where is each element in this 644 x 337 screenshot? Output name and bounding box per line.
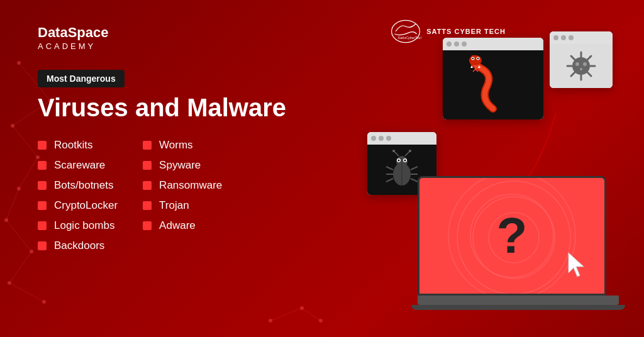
svg-line-16	[6, 189, 19, 220]
svg-point-54	[392, 150, 395, 152]
main-heading: Viruses and Malware	[38, 94, 340, 121]
window-dot-b3	[386, 136, 391, 141]
list-bullet	[143, 181, 152, 190]
svg-point-44	[583, 62, 587, 66]
svg-point-50	[398, 160, 400, 162]
list-bullet	[143, 221, 152, 230]
svg-line-61	[411, 179, 418, 182]
svg-point-2	[11, 124, 14, 128]
window-dot-2	[454, 41, 459, 47]
list-item-label: Bots/botnets	[54, 179, 114, 192]
question-mark: ?	[497, 207, 528, 265]
window-dot-v1	[553, 35, 558, 40]
list-bullet	[38, 141, 47, 150]
svg-line-40	[587, 56, 591, 60]
list-item-label: Ransomware	[159, 179, 222, 192]
list-item-label: Logic bombs	[54, 219, 114, 232]
brand-data: Data	[38, 25, 68, 40]
svg-point-4	[17, 187, 21, 191]
list-item: Rootkits	[38, 139, 118, 152]
list-item-label: Scareware	[54, 159, 105, 172]
cursor-icon	[566, 253, 589, 278]
svg-point-6	[30, 250, 33, 253]
svg-point-0	[17, 61, 21, 65]
window-dot-v3	[569, 35, 574, 40]
window-dot-1	[447, 41, 452, 47]
list-item: Scareware	[38, 159, 118, 172]
svg-line-39	[571, 56, 575, 60]
window-content-virus	[550, 44, 613, 88]
list-bullet	[38, 241, 47, 250]
svg-line-17	[6, 220, 31, 251]
svg-point-51	[404, 160, 406, 162]
svg-point-43	[575, 62, 579, 66]
svg-point-55	[409, 150, 411, 152]
list-item: CryptoLocker	[38, 199, 118, 212]
list-bullet	[143, 201, 152, 210]
list-column-right: WormsSpywareRansomwareTrojanAdware	[143, 139, 222, 252]
list-item: Trojan	[143, 199, 222, 212]
list-item: Bots/botnets	[38, 179, 118, 192]
svg-line-21	[302, 308, 321, 321]
svg-line-41	[571, 72, 575, 76]
svg-line-14	[13, 126, 38, 157]
brand-name: DataSpace	[38, 25, 340, 40]
svg-line-42	[587, 72, 591, 76]
badge: Most Dangerous	[38, 70, 125, 87]
list-item-label: Spyware	[159, 159, 201, 172]
svg-point-7	[8, 281, 11, 285]
content-left: DataSpace ACADEMY Most Dangerous Viruses…	[38, 25, 340, 252]
list-item-label: Trojan	[159, 199, 189, 212]
svg-point-9	[300, 306, 304, 310]
snake-illustration	[455, 55, 531, 115]
laptop: ?	[418, 176, 619, 314]
window-snake	[443, 38, 543, 119]
svg-line-18	[9, 251, 31, 283]
list-item-label: Worms	[159, 139, 193, 152]
list-item: Adware	[143, 219, 222, 232]
list-column-left: RootkitsScarewareBots/botnetsCryptoLocke…	[38, 139, 118, 252]
svg-point-11	[319, 319, 323, 323]
brand-space: Space	[68, 25, 109, 40]
main-container: DataSpace ACADEMY Most Dangerous Viruses…	[0, 0, 644, 337]
svg-marker-66	[569, 253, 584, 277]
list-bullet	[38, 201, 47, 210]
window-titlebar-bug	[367, 132, 436, 145]
svg-point-5	[4, 218, 8, 222]
svg-point-27	[472, 57, 474, 58]
list-bullet	[38, 161, 47, 170]
window-virus	[550, 31, 613, 88]
list-bullet	[38, 221, 47, 230]
window-dot-v2	[561, 35, 566, 40]
window-dot-b2	[379, 136, 384, 141]
list-item: Spyware	[143, 159, 222, 172]
logo-area: DataSpace ACADEMY	[38, 25, 340, 51]
svg-point-8	[42, 300, 46, 304]
window-titlebar-virus	[550, 31, 613, 44]
list-bullet	[38, 181, 47, 190]
svg-point-45	[580, 68, 582, 70]
window-content-snake	[443, 50, 543, 119]
svg-line-15	[19, 157, 38, 189]
list-bullet	[143, 141, 152, 150]
svg-line-59	[411, 167, 418, 170]
brand-academy: ACADEMY	[38, 41, 340, 51]
laptop-base	[418, 296, 619, 305]
window-dot-3	[462, 41, 467, 47]
svg-line-58	[386, 179, 393, 182]
svg-point-10	[269, 319, 272, 323]
list-item-label: Backdoors	[54, 240, 104, 252]
svg-line-56	[386, 167, 393, 170]
svg-line-20	[270, 308, 302, 321]
window-dot-b1	[371, 136, 376, 141]
svg-line-30	[473, 69, 475, 72]
svg-point-28	[477, 57, 479, 58]
list-item: Logic bombs	[38, 219, 118, 232]
list-item-label: Rootkits	[54, 139, 92, 152]
list-item: Ransomware	[143, 179, 222, 192]
virus-illustration	[562, 47, 600, 85]
list-bullet	[143, 161, 152, 170]
list-item: Backdoors	[38, 240, 118, 252]
illustration-area: ?	[336, 13, 625, 327]
list-container: RootkitsScarewareBots/botnetsCryptoLocke…	[38, 139, 340, 252]
